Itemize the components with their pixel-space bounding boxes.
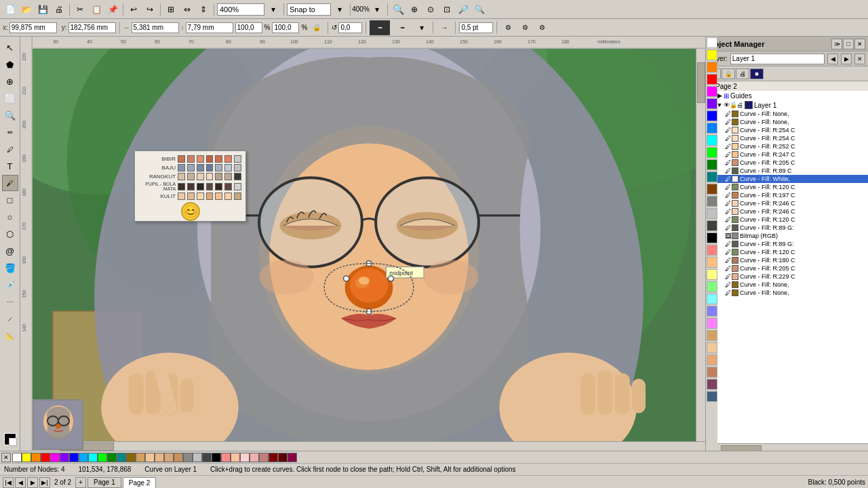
swatch-plum[interactable]: [707, 379, 717, 390]
bar-swatch-violet[interactable]: [60, 453, 69, 462]
swatch-maroon[interactable]: [707, 367, 717, 378]
outline-dropdown[interactable]: ▾: [414, 20, 429, 35]
transform-tool[interactable]: ⊕: [2, 73, 18, 89]
obj-lock-btn[interactable]: 🔒: [722, 68, 735, 79]
swatch-brown[interactable]: [707, 184, 717, 195]
swatch-green[interactable]: [707, 147, 717, 158]
swatch-darkskin[interactable]: [707, 354, 717, 365]
layer-nav-next[interactable]: ▶: [841, 54, 852, 64]
transform-button[interactable]: ⊞: [163, 2, 178, 17]
layer-nav-prev[interactable]: ◀: [827, 54, 838, 64]
node-tool[interactable]: ⬟: [2, 56, 18, 73]
selection-tool[interactable]: ↖: [2, 39, 18, 56]
bar-swatch-white[interactable]: [12, 453, 22, 462]
page-first-btn[interactable]: |◀: [3, 477, 14, 488]
bar-swatch-darkmaroon[interactable]: [278, 453, 288, 462]
bar-swatch-skin2[interactable]: [155, 453, 164, 462]
swatch[interactable]: [224, 155, 232, 163]
node-tool-opt2[interactable]: ⚙: [517, 20, 532, 35]
swatch-lightcyan[interactable]: [707, 293, 717, 304]
swatch[interactable]: [215, 192, 222, 200]
swatch[interactable]: [206, 164, 214, 171]
bar-swatch-blush[interactable]: [250, 453, 259, 462]
swatch-skin[interactable]: [707, 342, 717, 353]
swatch[interactable]: [234, 164, 241, 171]
tree-item-17[interactable]: 🖊 Curve - Fill: R:180 C: [706, 256, 868, 264]
bezier-tool[interactable]: 🖊: [2, 141, 18, 157]
swatch[interactable]: [224, 183, 232, 190]
canvas-area[interactable]: midpoint: [33, 49, 705, 451]
spiral-tool[interactable]: @: [2, 243, 18, 259]
zoom-reset-btn[interactable]: ⊙: [423, 2, 438, 17]
connector-tool[interactable]: ⟋: [2, 310, 18, 327]
swatch[interactable]: [197, 164, 204, 171]
save-button[interactable]: 💾: [35, 2, 50, 17]
swatch[interactable]: [234, 173, 241, 180]
tree-item-19[interactable]: 🖊 Curve - Fill: R:229 C: [706, 272, 868, 281]
swatch[interactable]: [178, 183, 185, 190]
tree-item-0[interactable]: 🖊 Curve - Fill: None,: [706, 110, 868, 118]
node-tool-opt3[interactable]: ⚙: [534, 20, 549, 35]
tree-item-20[interactable]: 🖊 Curve - Fill: None,: [706, 281, 868, 289]
bar-swatch-skin4[interactable]: [174, 453, 183, 462]
polygon-tool[interactable]: ⬡: [2, 226, 18, 242]
add-page-btn[interactable]: +: [75, 477, 86, 488]
swatch-slate[interactable]: [707, 391, 717, 402]
undo-button[interactable]: ↩: [126, 2, 141, 17]
bar-swatch-blue[interactable]: [69, 453, 79, 462]
bar-swatch-darkgray[interactable]: [202, 453, 212, 462]
swatch[interactable]: [234, 155, 241, 163]
tree-item-guides[interactable]: ▶ ⊞ Guides: [706, 91, 868, 100]
mirror-h-button[interactable]: ⇔: [180, 2, 195, 17]
swatch[interactable]: [206, 183, 214, 190]
tree-item-bitmap[interactable]: 🖼 Bitmap (RGB): [706, 232, 868, 240]
page1-tab[interactable]: Page 1: [87, 477, 121, 488]
tree-item-11[interactable]: 🖊 Curve - Fill: R:246 C: [706, 199, 868, 207]
bar-swatch-gray[interactable]: [183, 453, 193, 462]
tree-item-6[interactable]: 🖊 Curve - Fill: R:205 C: [706, 159, 868, 167]
swatch-blue[interactable]: [707, 110, 717, 121]
tree-item-layer1[interactable]: ▼ 👁🔒🖨 Layer 1: [706, 100, 868, 110]
swatch-magenta[interactable]: [707, 86, 717, 97]
bar-swatch-wine[interactable]: [288, 453, 297, 462]
zoom-fit-btn[interactable]: ⊡: [439, 2, 454, 17]
tree-item-13[interactable]: 🖊 Curve - Fill: R:120 C: [706, 216, 868, 224]
node-tool-opt1[interactable]: ⚙: [500, 20, 515, 35]
swatch[interactable]: [215, 164, 222, 171]
zoom2-btn[interactable]: 400%: [353, 2, 368, 17]
swatch-sky[interactable]: [707, 123, 717, 134]
obj-color-btn[interactable]: ■: [750, 68, 764, 79]
copy-button[interactable]: 📋: [89, 2, 104, 17]
crop-tool[interactable]: ⬜: [2, 90, 18, 106]
freehand-tool[interactable]: ✏: [2, 124, 18, 140]
bar-swatch-green[interactable]: [98, 453, 107, 462]
tree-item-14[interactable]: 🖊 Curve - Fill: R:89 G:: [706, 224, 868, 232]
arrow-start-btn[interactable]: →: [437, 20, 452, 35]
bar-swatch-yellow[interactable]: [22, 453, 31, 462]
swatch[interactable]: [206, 155, 214, 163]
layer-name-input[interactable]: [730, 54, 825, 64]
bar-swatch-teal[interactable]: [117, 453, 126, 462]
swatch[interactable]: [197, 155, 204, 163]
swatch[interactable]: [197, 183, 204, 190]
zoom-tool[interactable]: 🔍: [2, 107, 18, 123]
tree-item-18[interactable]: 🖊 Curve - Fill: R:205 C: [706, 264, 868, 272]
swatch-lightyellow[interactable]: [707, 269, 717, 280]
bar-swatch-darkgreen[interactable]: [107, 453, 117, 462]
bar-swatch-pink[interactable]: [221, 453, 231, 462]
swatch-darkgray[interactable]: [707, 220, 717, 231]
ellipse-tool[interactable]: ○: [2, 209, 18, 225]
bar-swatch-silver[interactable]: [193, 453, 202, 462]
measure-tool[interactable]: 📐: [2, 327, 18, 344]
swatch-lightmagenta[interactable]: [707, 318, 717, 329]
zoom-tool3[interactable]: 🔍: [472, 2, 487, 17]
print-button[interactable]: 🖨: [52, 2, 66, 17]
outline-color-box[interactable]: [9, 438, 17, 446]
new-button[interactable]: 📄: [3, 2, 18, 17]
snap-dropdown[interactable]: ▾: [332, 2, 347, 17]
obj-print-btn[interactable]: 🖨: [736, 68, 749, 79]
swatch[interactable]: [234, 183, 241, 190]
swatch-teal[interactable]: [707, 171, 717, 182]
tree-item-7[interactable]: 🖊 Curve - Fill: R:89 C: [706, 167, 868, 175]
swatch[interactable]: [178, 164, 185, 171]
